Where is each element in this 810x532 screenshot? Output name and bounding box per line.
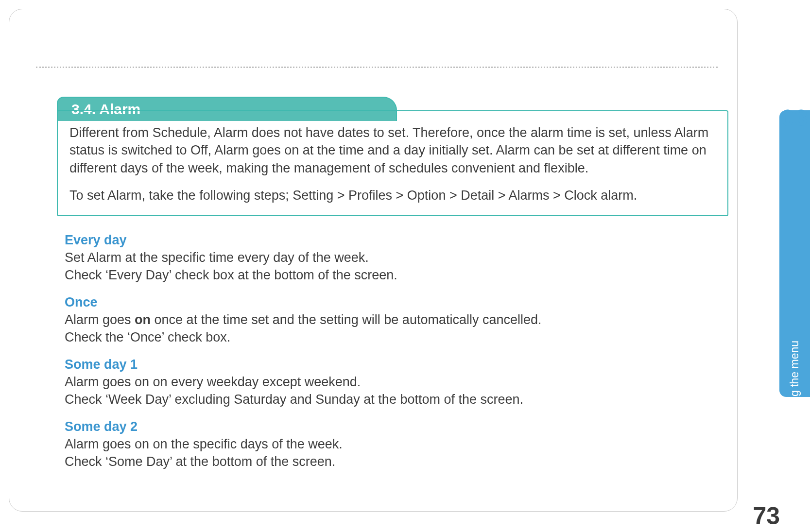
section-line: Alarm goes on on every weekday except we…: [65, 373, 721, 391]
text-fragment: Alarm goes: [65, 312, 135, 327]
section-line: Alarm goes on on the specific days of th…: [65, 435, 721, 453]
bold-text: on: [135, 312, 151, 327]
section-some-day-1: Some day 1 Alarm goes on on every weekda…: [65, 357, 721, 409]
section-line: Check ‘Every Day’ check box at the botto…: [65, 266, 721, 284]
alarm-intro-paragraph-2: To set Alarm, take the following steps; …: [69, 187, 716, 204]
section-line: Check ‘Some Day’ at the bottom of the sc…: [65, 453, 721, 470]
section-line: Alarm goes on once at the time set and t…: [65, 311, 721, 328]
section-some-day-2: Some day 2 Alarm goes on on the specific…: [65, 419, 721, 471]
alarm-intro-box: Different from Schedule, Alarm does not …: [57, 110, 728, 216]
section-line: Check ‘Week Day’ excluding Saturday and …: [65, 391, 721, 408]
alarm-intro-paragraph-1: Different from Schedule, Alarm does not …: [69, 124, 716, 177]
section-title: Once: [65, 295, 721, 310]
section-title: Some day 1: [65, 357, 721, 372]
section-line: Check the ‘Once’ check box.: [65, 328, 721, 346]
section-title: Some day 2: [65, 419, 721, 434]
section-title: Every day: [65, 233, 721, 248]
page-number: 73: [753, 502, 780, 530]
section-once: Once Alarm goes on once at the time set …: [65, 295, 721, 346]
section-line: Set Alarm at the specific time every day…: [65, 249, 721, 266]
chapter-side-tab: 03 Using the menu: [779, 110, 810, 397]
chapter-label: Using the menu: [788, 341, 801, 419]
dotted-separator: [36, 67, 718, 68]
text-fragment: once at the time set and the setting wil…: [151, 312, 541, 327]
chapter-number: 03: [779, 104, 810, 131]
section-every-day: Every day Set Alarm at the specific time…: [65, 233, 721, 284]
chapter-label-wrap: Using the menu: [779, 231, 810, 386]
page-frame: 3.4. Alarm Different from Schedule, Alar…: [9, 9, 738, 512]
alarm-options-list: Every day Set Alarm at the specific time…: [65, 233, 721, 481]
